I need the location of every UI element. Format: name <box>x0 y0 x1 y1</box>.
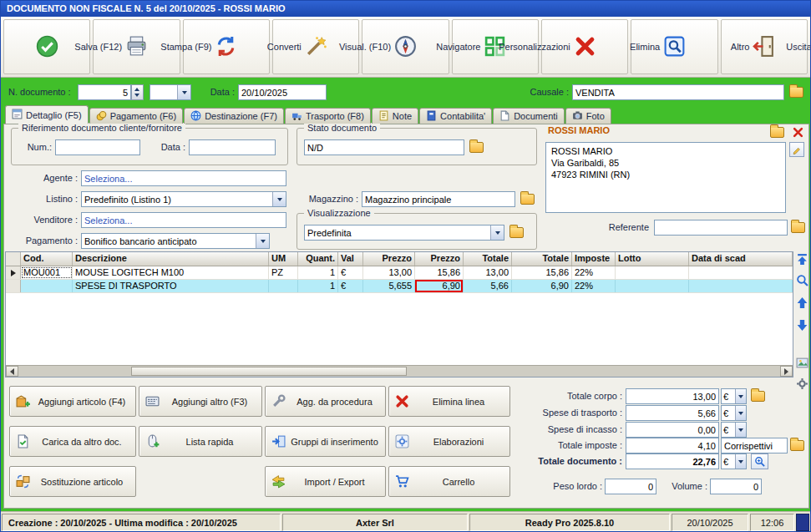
cell-totale[interactable]: 5,66 <box>464 280 512 292</box>
tab-destinazione[interactable]: Destinazione (F7) <box>184 108 284 124</box>
volume-input[interactable] <box>710 479 762 494</box>
tab-trasporto[interactable]: Trasporto (F8) <box>285 108 371 124</box>
cell-lotto[interactable] <box>616 280 689 292</box>
n-documento-input[interactable] <box>78 84 131 100</box>
agg-da-procedura-button[interactable]: Agg. da procedura <box>265 386 386 417</box>
table-settings-button[interactable] <box>795 377 809 391</box>
table-row[interactable]: MOU001 MOUSE LOGITECH M100 PZ 1 € 13,00 … <box>6 266 793 280</box>
cell-totale-ivato[interactable]: 15,86 <box>512 266 572 279</box>
chevron-down-icon[interactable] <box>256 234 269 248</box>
cell-val[interactable]: € <box>338 280 363 292</box>
table-row[interactable]: SPESE DI TRASPORTO 1 € 5,655 6,90 5,66 6… <box>6 280 793 293</box>
cell-prezzo-ivato-highlighted[interactable]: 6,90 <box>415 280 464 292</box>
agente-input[interactable] <box>81 170 286 186</box>
magazzino-folder-icon[interactable] <box>520 194 535 205</box>
aggiungi-articolo-button[interactable]: Aggiungi articolo (F4) <box>9 386 136 417</box>
cell-imposte[interactable]: 22% <box>572 266 616 279</box>
import-export-button[interactable]: Import / Export <box>265 466 386 497</box>
customer-edit-button[interactable] <box>789 142 804 157</box>
tab-note[interactable]: Note <box>372 108 418 124</box>
cell-lotto[interactable] <box>616 266 689 279</box>
cell-quant[interactable]: 1 <box>298 280 338 292</box>
aggiungi-altro-button[interactable]: Aggiungi altro (F3) <box>139 386 262 417</box>
tab-contabilita[interactable]: Contabilita' <box>419 108 492 124</box>
table-zoom-button[interactable] <box>795 273 809 287</box>
n-documento-spinner[interactable] <box>131 84 144 100</box>
window-titlebar[interactable]: DOCUMENTO NON FISCALE N. 5 del 20/10/202… <box>1 1 810 17</box>
tab-foto[interactable]: Foto <box>565 108 611 124</box>
col-quant[interactable]: Quant. <box>298 252 338 266</box>
spese-incasso-currency-select[interactable]: € <box>721 422 747 438</box>
row-down-button[interactable] <box>795 318 809 332</box>
corrispettivi-folder-icon[interactable] <box>790 440 804 451</box>
tab-pagamento[interactable]: Pagamento (F6) <box>89 108 183 124</box>
col-totale[interactable]: Totale <box>464 252 512 266</box>
cell-totale[interactable]: 13,00 <box>464 266 512 279</box>
listino-select[interactable]: Predefinito (Listino 1) <box>81 191 286 207</box>
carica-da-altro-doc-button[interactable]: Carica da altro doc. <box>9 426 136 457</box>
referente-folder-icon[interactable] <box>791 222 805 233</box>
cell-prezzo[interactable]: 5,655 <box>363 280 415 292</box>
uscita-button[interactable]: Uscita (ESC) <box>721 19 808 74</box>
customer-remove-icon[interactable] <box>791 125 804 139</box>
col-um[interactable]: UM <box>269 252 298 266</box>
scroll-top-button[interactable] <box>795 252 809 266</box>
causale-input[interactable] <box>572 84 784 100</box>
table-image-button[interactable] <box>795 356 809 370</box>
col-cod[interactable]: Cod. <box>21 252 73 266</box>
cell-cod[interactable]: MOU001 <box>21 266 73 279</box>
chevron-down-icon[interactable] <box>735 454 746 469</box>
chevron-down-icon[interactable] <box>735 423 746 437</box>
rif-num-input[interactable] <box>55 139 140 155</box>
n-documento-tipo-select[interactable] <box>150 84 191 100</box>
col-prezzo-ivato[interactable]: Prezzo <box>415 252 464 266</box>
totale-documento-currency-select[interactable]: € <box>721 453 747 469</box>
sostituzione-articolo-button[interactable]: Sostituzione articolo <box>9 466 136 497</box>
col-descrizione[interactable]: Descrizione <box>73 252 269 266</box>
customer-folder-icon[interactable] <box>770 127 784 138</box>
totale-documento-input[interactable] <box>626 453 719 469</box>
row-selector[interactable] <box>6 266 21 279</box>
pagamento-select[interactable]: Bonifico bancario anticipato <box>81 233 270 249</box>
tab-documenti[interactable]: Documenti <box>493 108 565 124</box>
tab-dettaglio[interactable]: Dettaglio (F5) <box>5 105 89 124</box>
chevron-down-icon[interactable] <box>735 406 746 420</box>
col-totale-ivato[interactable]: Totale <box>512 252 572 266</box>
venditore-input[interactable] <box>81 212 286 228</box>
peso-lordo-input[interactable] <box>605 479 656 494</box>
referente-input[interactable] <box>654 220 788 236</box>
cell-val[interactable]: € <box>338 266 363 279</box>
cell-prezzo-ivato[interactable]: 15,86 <box>415 266 464 279</box>
customer-address-box[interactable]: ROSSI MARIO Via Garibaldi, 85 47923 RIMI… <box>545 142 786 213</box>
chevron-down-icon[interactable] <box>490 225 504 240</box>
spese-trasporto-input[interactable] <box>626 405 719 421</box>
corrispettivi-select[interactable]: Corrispettivi <box>721 438 788 453</box>
cell-quant[interactable]: 1 <box>298 266 338 279</box>
col-prezzo[interactable]: Prezzo <box>363 252 415 266</box>
col-lotto[interactable]: Lotto <box>616 252 689 266</box>
chevron-down-icon[interactable] <box>735 389 746 403</box>
totale-corpo-folder-icon[interactable] <box>751 391 765 402</box>
cell-descrizione[interactable]: SPESE DI TRASPORTO <box>73 280 269 292</box>
visualizzazione-select[interactable]: Predefinita <box>304 225 504 241</box>
cell-prezzo[interactable]: 13,00 <box>363 266 415 279</box>
stato-documento-input[interactable] <box>304 139 464 155</box>
cell-imposte[interactable]: 22% <box>572 280 616 292</box>
spese-trasporto-currency-select[interactable]: € <box>721 405 747 421</box>
chevron-down-icon[interactable] <box>177 85 190 99</box>
col-val[interactable]: Val <box>338 252 363 266</box>
scroll-left-button[interactable] <box>6 366 18 377</box>
gruppi-di-inserimento-button[interactable]: Gruppi di inserimento <box>265 426 386 457</box>
cell-descrizione[interactable]: MOUSE LOGITECH M100 <box>73 266 269 279</box>
totale-corpo-input[interactable] <box>626 388 719 404</box>
cell-um[interactable] <box>269 280 298 292</box>
cell-scadenza[interactable] <box>689 266 793 279</box>
cell-scadenza[interactable] <box>689 280 793 292</box>
col-imposte[interactable]: Imposte <box>572 252 616 266</box>
data-input[interactable] <box>238 84 327 100</box>
scroll-right-button[interactable] <box>780 366 793 377</box>
totale-corpo-currency-select[interactable]: € <box>721 388 747 404</box>
chevron-down-icon[interactable] <box>272 192 286 206</box>
totale-imposte-input[interactable] <box>626 438 719 453</box>
lista-rapida-button[interactable]: Lista rapida <box>139 426 262 457</box>
